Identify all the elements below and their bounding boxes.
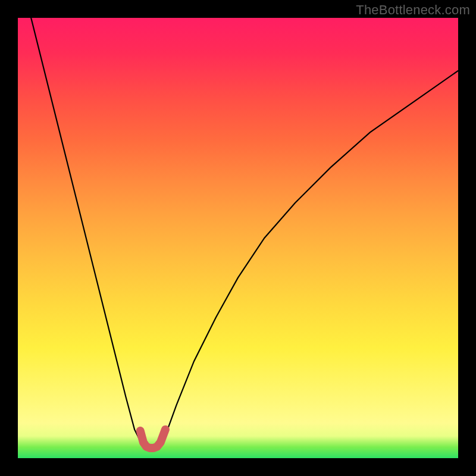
chart-frame: TheBottleneck.com [0, 0, 476, 476]
bottleneck-curve [31, 18, 458, 448]
watermark-text: TheBottleneck.com [356, 2, 470, 18]
optimal-band [140, 430, 165, 448]
chart-svg [18, 18, 458, 458]
